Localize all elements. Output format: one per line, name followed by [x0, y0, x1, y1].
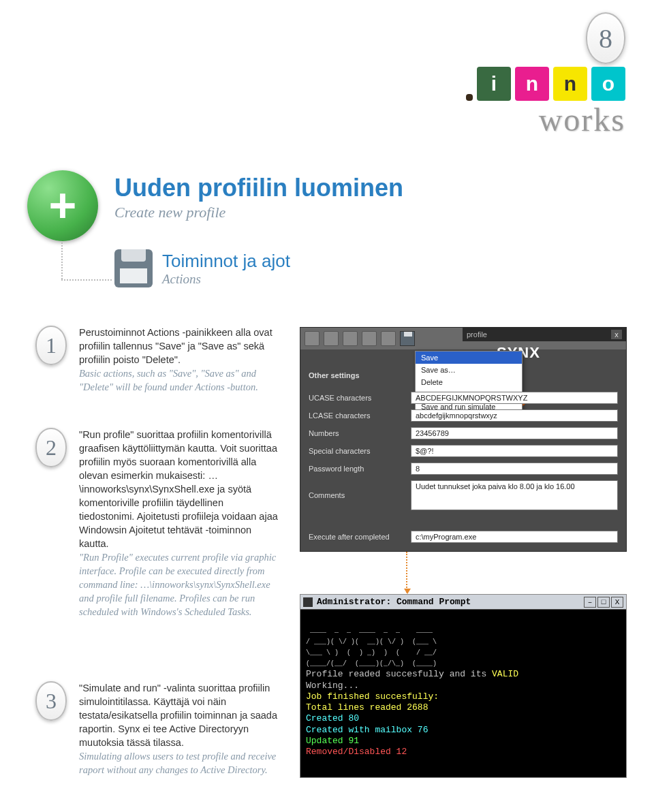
cmd-line-6: Created with mailbox 76: [306, 725, 428, 735]
close-button[interactable]: x: [611, 330, 622, 339]
cmd-window-buttons: – □ X: [584, 597, 623, 608]
logo-letter-i: i: [477, 67, 511, 101]
step-badge-3: 3: [35, 681, 67, 721]
command-prompt-screenshot: Administrator: Command Prompt – □ X ____…: [300, 594, 627, 778]
sub-headings: Toiminnot ja ajot Actions: [162, 251, 290, 287]
step-2-text: "Run profile" suorittaa profiilin koment…: [79, 428, 281, 619]
field-comments: Comments Uudet tunnukset joka paiva klo …: [309, 480, 618, 510]
field-pwlen: Password length 8: [309, 463, 618, 475]
profile-window-label: profile: [467, 330, 487, 339]
step-2-fi: "Run profile" suorittaa profiilin koment…: [79, 429, 278, 549]
label-ucase: UCASE characters: [309, 394, 411, 402]
field-ucase: UCASE characters ABCDEFGIJKMNOPQRSTWXYZ: [309, 392, 618, 404]
step-num-2: 2: [46, 435, 57, 460]
cmd-ascii-3: \___ \ ) ( ) _) ) ( / __/: [306, 649, 437, 657]
dropdown-item-save[interactable]: Save: [416, 352, 522, 364]
cmd-line-4: Total lines readed 2688: [306, 702, 428, 713]
cmd-ascii-1: ____ _ _ ____ _ _ ____: [306, 627, 433, 634]
step-1-fi: Perustoiminnot Actions -painikkeen alla …: [79, 327, 272, 365]
toolbar-button-3[interactable]: [343, 331, 358, 346]
section-other-settings: Other settings: [309, 371, 360, 379]
value-comments[interactable]: Uudet tunnukset joka paiva klo 8.00 ja k…: [411, 480, 618, 510]
cmd-line-5: Created 80: [306, 713, 359, 723]
dropdown-item-save-as[interactable]: Save as…: [416, 364, 522, 376]
step-1: 1 Perustoiminnot Actions -painikkeen all…: [35, 326, 281, 394]
step-num-3: 3: [46, 689, 57, 714]
subheading-fi: Toiminnot ja ajot: [162, 251, 290, 272]
label-lcase: LCASE characters: [309, 411, 411, 420]
heading-en: Create new profile: [114, 204, 403, 221]
cmd-window-icon: [303, 597, 313, 607]
value-pwlen[interactable]: 8: [411, 463, 618, 475]
label-pwlen: Password length: [309, 465, 411, 473]
dropdown-item-delete[interactable]: Delete: [416, 376, 522, 388]
logo-word: works: [421, 101, 625, 138]
logo-letter-n2: n: [553, 67, 587, 101]
profile-ui-screenshot: profile x SYNX 1 2 3 Save Save as… Delet…: [300, 327, 627, 552]
step-1-text: Perustoiminnot Actions -painikkeen alla …: [79, 326, 281, 394]
cmd-line-2: Working...: [306, 681, 359, 691]
toolbar-save-icon[interactable]: [400, 331, 415, 346]
label-comments: Comments: [309, 491, 411, 499]
sub-heading-row: Toiminnot ja ajot Actions: [114, 249, 290, 287]
label-special: Special characters: [309, 447, 411, 455]
value-special[interactable]: $@?!: [411, 445, 618, 457]
label-numbers: Numbers: [309, 429, 411, 437]
cmd-close-button[interactable]: X: [611, 597, 623, 608]
value-lcase[interactable]: abcdefgijkmnopqrstwxyz: [411, 409, 618, 422]
toolbar-button-1[interactable]: [305, 331, 320, 346]
toolbar-button-2[interactable]: [324, 331, 339, 346]
subheading-en: Actions: [162, 272, 290, 287]
field-numbers: Numbers 23456789: [309, 427, 618, 439]
cmd-minimize-button[interactable]: –: [584, 597, 596, 608]
step-3: 3 "Simulate and run" -valinta suorittaa …: [35, 681, 281, 777]
main-headings: Uuden profiilin luominen Create new prof…: [114, 174, 403, 221]
value-ucase[interactable]: ABCDEFGIJKMNOPQRSTWXYZ: [411, 392, 618, 404]
value-numbers[interactable]: 23456789: [411, 427, 618, 439]
step-badge-1: 1: [35, 326, 67, 365]
page-number: 8: [599, 22, 612, 54]
dotted-arrow-down-icon: [406, 552, 407, 593]
logo-blocks: i n n o: [466, 67, 625, 101]
cmd-terminal-output: ____ _ _ ____ _ _ ____ / ___)( \/ )( __)…: [300, 610, 626, 773]
cmd-line-3: Job finished succesfully:: [306, 691, 439, 702]
step-2: 2 "Run profile" suorittaa profiilin kome…: [35, 428, 281, 619]
profile-fields: UCASE characters ABCDEFGIJKMNOPQRSTWXYZ …: [309, 392, 618, 516]
cmd-line-1b: VALID: [492, 669, 518, 679]
field-lcase: LCASE characters abcdefgijkmnopqrstwxyz: [309, 409, 618, 422]
toolbar-button-5[interactable]: [381, 331, 396, 346]
cmd-line-7: Updated 91: [306, 736, 359, 746]
logo-dot-icon: [466, 94, 473, 101]
step-1-en: Basic actions, such as "Save", "Save as"…: [79, 368, 258, 392]
innoworks-logo: i n n o works: [421, 67, 625, 138]
toolbar-button-4[interactable]: [362, 331, 377, 346]
value-exec[interactable]: c:\myProgram.exe: [411, 531, 618, 543]
cmd-line-1a: Profile readed succesfully and its: [306, 669, 492, 679]
cmd-titlebar: Administrator: Command Prompt – □ X: [300, 595, 626, 610]
add-plus-icon: +: [27, 170, 98, 241]
step-2-en: "Run Profile" executes current profile v…: [79, 552, 276, 617]
step-3-en: Simulating allows users to test profile …: [79, 751, 276, 775]
logo-letter-o: o: [591, 67, 625, 101]
label-exec: Execute after completed: [309, 533, 411, 541]
field-exec: Execute after completed c:\myProgram.exe: [309, 531, 618, 543]
connector-vertical: [61, 243, 63, 279]
field-special: Special characters $@?!: [309, 445, 618, 457]
logo-letter-n1: n: [515, 67, 549, 101]
heading-fi: Uuden profiilin luominen: [114, 174, 403, 202]
cmd-line-8: Removed/Disabled 12: [306, 747, 407, 757]
step-3-fi: "Simulate and run" -valinta suorittaa pr…: [79, 683, 277, 748]
step-badge-2: 2: [35, 428, 67, 467]
cmd-ascii-4: (____/(__/ (____)(_/\_) (____): [306, 660, 437, 668]
cmd-title: Administrator: Command Prompt: [317, 597, 471, 607]
step-3-text: "Simulate and run" -valinta suorittaa pr…: [79, 681, 281, 777]
connector-horizontal: [61, 279, 112, 281]
cmd-maximize-button[interactable]: □: [597, 597, 610, 608]
page-number-badge: 8: [586, 12, 625, 64]
step-num-1: 1: [46, 333, 57, 358]
profile-titlebar: profile x: [463, 328, 626, 341]
floppy-disk-icon: [114, 249, 153, 287]
cmd-ascii-2: / ___)( \/ )( __)( \/ ) (___ \: [306, 638, 437, 646]
